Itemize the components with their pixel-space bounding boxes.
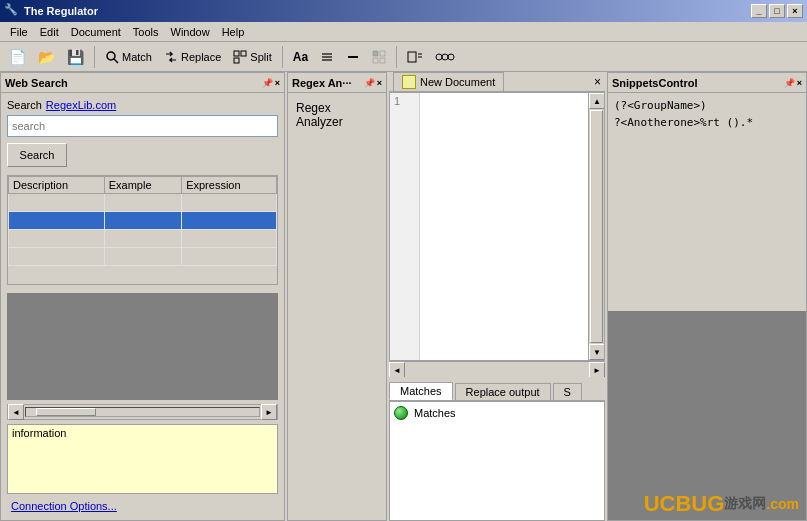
matches-label: Matches bbox=[414, 407, 456, 419]
svg-rect-12 bbox=[380, 58, 385, 63]
doc-tab-label: New Document bbox=[420, 76, 495, 88]
scroll-up-button[interactable]: ▲ bbox=[589, 93, 605, 109]
grid-button[interactable] bbox=[367, 45, 391, 69]
separator-1 bbox=[94, 46, 95, 68]
snippet-item-1[interactable]: ?<Anotherone>%rt ().* bbox=[612, 114, 802, 131]
svg-rect-2 bbox=[234, 51, 239, 56]
menu-document[interactable]: Document bbox=[65, 24, 127, 40]
horizontal-scrollbar[interactable]: ◄ ► bbox=[7, 404, 278, 420]
svg-point-0 bbox=[107, 52, 115, 60]
pin-button[interactable]: 📌 bbox=[262, 78, 273, 88]
web-search-content: Search RegexLib.com Search Description E… bbox=[1, 93, 284, 520]
menu-tools[interactable]: Tools bbox=[127, 24, 165, 40]
scroll-right-button[interactable]: ► bbox=[261, 404, 277, 420]
extra-btn1[interactable] bbox=[402, 45, 428, 69]
search-label-row: Search RegexLib.com bbox=[7, 99, 278, 111]
regex-pin-button[interactable]: 📌 bbox=[364, 78, 375, 88]
doc-content: 1 ▲ ▼ bbox=[389, 92, 605, 361]
watermark-cn: .com bbox=[766, 496, 799, 512]
close-panel-button[interactable]: × bbox=[275, 78, 280, 88]
open-button[interactable]: 📂 bbox=[33, 45, 60, 69]
new-document-tab[interactable]: New Document bbox=[393, 72, 504, 91]
regex-analyzer-title: Regex An··· bbox=[292, 77, 364, 89]
table-row[interactable] bbox=[9, 230, 277, 248]
svg-rect-9 bbox=[373, 51, 378, 56]
extra-btn2[interactable] bbox=[430, 45, 460, 69]
new-document-panel: New Document × 1 ▲ ▼ ◄ ► Matches Replace… bbox=[389, 72, 605, 521]
app-icon: 🔧 bbox=[4, 3, 20, 19]
doc-close-button[interactable]: × bbox=[594, 75, 601, 89]
save-button[interactable]: 💾 bbox=[62, 45, 89, 69]
search-input[interactable] bbox=[7, 115, 278, 137]
regex-close-button[interactable]: × bbox=[377, 78, 382, 88]
scrollbar-thumb-v[interactable] bbox=[590, 110, 603, 343]
scroll-left-doc-button[interactable]: ◄ bbox=[389, 362, 405, 378]
regex-lib-link[interactable]: RegexLib.com bbox=[46, 99, 116, 111]
search-button[interactable]: Search bbox=[7, 143, 67, 167]
snippet-item-0[interactable]: (?<GroupName>) bbox=[612, 97, 802, 114]
snippets-close-button[interactable]: × bbox=[797, 78, 802, 88]
regex-analyzer-subtitle-text: Analyzer bbox=[296, 115, 378, 129]
connection-options-link[interactable]: Connection Options... bbox=[7, 498, 278, 514]
table-row[interactable] bbox=[9, 248, 277, 266]
window-controls: _ □ × bbox=[751, 4, 803, 18]
split-button[interactable]: Split bbox=[228, 45, 276, 69]
watermark-uc: UC bbox=[644, 491, 676, 517]
snippets-title: SnippetsControl bbox=[612, 77, 784, 89]
minimize-button[interactable]: _ bbox=[751, 4, 767, 18]
search-label: Search bbox=[7, 99, 42, 111]
separator-2 bbox=[282, 46, 283, 68]
table-row[interactable] bbox=[9, 212, 277, 230]
maximize-button[interactable]: □ bbox=[769, 4, 785, 18]
menu-help[interactable]: Help bbox=[216, 24, 251, 40]
svg-rect-3 bbox=[241, 51, 246, 56]
svg-rect-13 bbox=[408, 52, 416, 62]
tab-matches[interactable]: Matches bbox=[389, 382, 453, 400]
title-bar: 🔧 The Regulator _ □ × bbox=[0, 0, 807, 22]
line-numbers: 1 bbox=[390, 93, 420, 360]
document-icon bbox=[402, 75, 416, 89]
tab-s[interactable]: S bbox=[553, 383, 582, 400]
scroll-right-doc-button[interactable]: ► bbox=[589, 362, 605, 378]
col-example: Example bbox=[104, 177, 181, 194]
h-scroll-track[interactable] bbox=[405, 362, 589, 377]
document-editor[interactable] bbox=[420, 93, 588, 360]
snippets-gray-area bbox=[608, 311, 806, 521]
svg-point-16 bbox=[436, 54, 442, 60]
info-text: information bbox=[12, 427, 66, 439]
menu-window[interactable]: Window bbox=[165, 24, 216, 40]
web-search-panel: Web Search 📌 × Search RegexLib.com Searc… bbox=[0, 72, 285, 521]
tab-replace-output[interactable]: Replace output bbox=[455, 383, 551, 400]
horizontal-scrollbar-doc[interactable]: ◄ ► bbox=[389, 361, 605, 377]
output-panel: Matches bbox=[389, 401, 605, 521]
gray-area bbox=[7, 293, 278, 401]
regex-analyzer-header: Regex An··· 📌 × bbox=[288, 73, 386, 93]
snippets-pin-button[interactable]: 📌 bbox=[784, 78, 795, 88]
close-button[interactable]: × bbox=[787, 4, 803, 18]
regex-analyzer-body: Regex Analyzer bbox=[288, 93, 386, 520]
replace-button[interactable]: Replace bbox=[159, 45, 226, 69]
menu-edit[interactable]: Edit bbox=[34, 24, 65, 40]
new-button[interactable]: 📄 bbox=[4, 45, 31, 69]
snippets-header: SnippetsControl 📌 × bbox=[608, 73, 806, 93]
font-aa-button[interactable]: Aa bbox=[288, 45, 313, 69]
info-area: information bbox=[7, 424, 278, 494]
separator-3 bbox=[396, 46, 397, 68]
matches-item: Matches bbox=[394, 406, 600, 420]
svg-rect-4 bbox=[234, 58, 239, 63]
dash-button[interactable] bbox=[341, 45, 365, 69]
list-button[interactable] bbox=[315, 45, 339, 69]
snippets-panel: SnippetsControl 📌 × (?<GroupName>) ?<Ano… bbox=[607, 72, 807, 521]
scroll-down-button[interactable]: ▼ bbox=[589, 344, 605, 360]
table-row[interactable] bbox=[9, 194, 277, 212]
vertical-scrollbar[interactable]: ▲ ▼ bbox=[588, 93, 604, 360]
menu-file[interactable]: File bbox=[4, 24, 34, 40]
menu-bar: File Edit Document Tools Window Help bbox=[0, 22, 807, 42]
svg-point-18 bbox=[448, 54, 454, 60]
scroll-left-button[interactable]: ◄ bbox=[8, 404, 24, 420]
match-button[interactable]: Match bbox=[100, 45, 157, 69]
app-title: The Regulator bbox=[24, 5, 751, 17]
svg-point-17 bbox=[442, 54, 448, 60]
main-area: Web Search 📌 × Search RegexLib.com Searc… bbox=[0, 72, 807, 521]
toolbar: 📄 📂 💾 Match Replace Split Aa bbox=[0, 42, 807, 72]
